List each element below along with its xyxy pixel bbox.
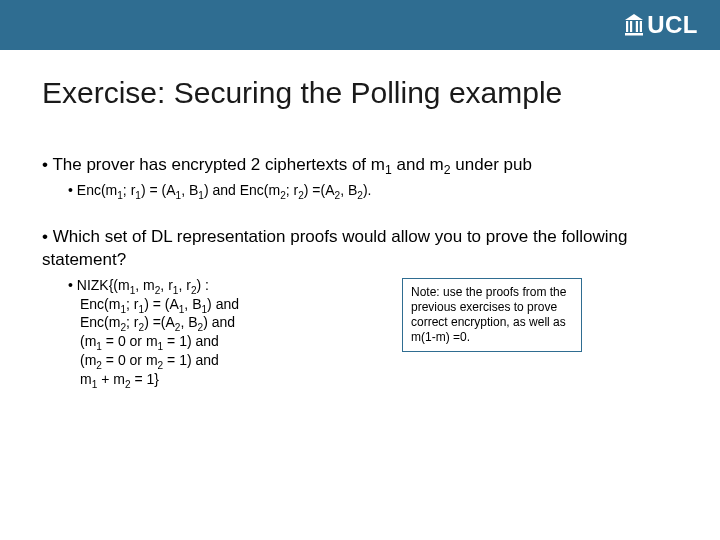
bullet-1: The prover has encrypted 2 ciphertexts o… [42,154,678,177]
slide-title: Exercise: Securing the Polling example [42,76,678,110]
slide-content: Exercise: Securing the Polling example T… [0,50,720,389]
svg-rect-2 [630,21,632,32]
portico-icon [625,14,643,36]
bullet-list: The prover has encrypted 2 ciphertexts o… [42,154,678,389]
note-box: Note: use the proofs from the previous e… [402,278,582,352]
svg-marker-0 [625,14,643,20]
svg-rect-5 [625,33,643,36]
svg-rect-1 [626,21,628,32]
bullet-1-sub: Enc(m1; r1) = (A1, B1) and Enc(m2; r2) =… [68,181,678,200]
header-bar: UCL [0,0,720,50]
ucl-logo: UCL [625,11,698,39]
svg-rect-3 [636,21,638,32]
bullet-2: Which set of DL representation proofs wo… [42,226,678,272]
svg-rect-4 [640,21,642,32]
logo-text: UCL [647,11,698,39]
nizk-statement: NIZK{(m1, m2, r1, r2) : Enc(m1; r1) = (A… [68,276,342,389]
